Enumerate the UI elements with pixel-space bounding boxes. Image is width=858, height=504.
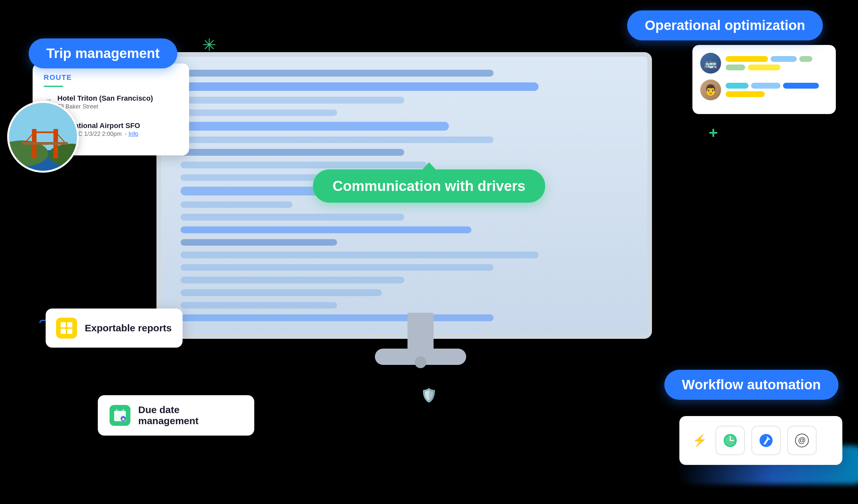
due-date-icon: ⏰	[110, 405, 130, 426]
svg-rect-13	[67, 329, 73, 334]
bar-row	[726, 56, 828, 62]
golden-gate-image	[7, 101, 79, 173]
svg-rect-9	[22, 142, 68, 145]
stop1-address: 73 Baker Street	[58, 103, 153, 110]
monitor-stand-neck	[408, 313, 433, 352]
bar-yellow3	[726, 91, 765, 97]
svg-rect-11	[67, 322, 73, 327]
workflow-pen-icon	[751, 426, 781, 455]
ops-row-1: 🚌	[700, 53, 828, 74]
bar-teal	[726, 83, 748, 88]
screen-row	[180, 97, 404, 103]
communication-label: Communication with drivers	[333, 178, 525, 194]
monitor-stand-base	[375, 348, 466, 365]
badge-workflow: Workflow automation	[664, 370, 839, 400]
svg-rect-12	[61, 329, 66, 334]
badge-trip-management: Trip management	[29, 38, 177, 68]
screen-row	[180, 122, 449, 131]
workflow-panel: ⚡ @	[679, 416, 842, 465]
screen-row	[180, 289, 382, 296]
bar-green2	[726, 65, 745, 70]
stop1-name: Hotel Triton (San Francisco)	[58, 94, 153, 103]
bar-green	[799, 56, 812, 62]
ops-avatar-person: 👨	[700, 80, 721, 100]
route-underline	[44, 86, 63, 87]
screen-row	[180, 239, 337, 246]
screen-row	[180, 82, 539, 91]
svg-text:@: @	[798, 436, 806, 444]
monitor-dot	[415, 356, 426, 368]
scene: ✳ + Trip management Operational optimiza…	[0, 0, 858, 504]
due-date-label: Due date management	[138, 404, 242, 426]
trip-management-label: Trip management	[46, 46, 160, 61]
lightning-icon: ⚡	[693, 434, 707, 447]
info-link[interactable]: Info	[128, 131, 138, 137]
svg-rect-10	[61, 322, 66, 327]
route-label: ROUTE	[44, 73, 178, 82]
bar-yellow2	[748, 65, 780, 70]
bar-row	[726, 83, 828, 88]
workflow-clock-icon	[716, 426, 745, 455]
screen-row	[180, 110, 337, 116]
screen-row	[180, 251, 539, 258]
screen-row	[180, 302, 337, 309]
exportable-card: Exportable reports	[46, 309, 182, 347]
badge-communication: Communication with drivers	[313, 169, 545, 202]
svg-rect-15	[114, 411, 126, 414]
screen-row	[180, 162, 427, 168]
ops-bars-1	[726, 56, 828, 70]
screen-row	[180, 201, 292, 208]
bar-yellow	[726, 56, 768, 62]
sparkle-icon: ✳	[202, 35, 217, 55]
screen-row	[180, 136, 494, 143]
bar-row	[726, 65, 828, 70]
bar-blue-light	[770, 56, 797, 62]
operational-label: Operational optimization	[645, 18, 805, 33]
screen-row	[180, 226, 471, 233]
screen-row	[180, 314, 494, 321]
plus-icon: +	[709, 124, 718, 142]
bar-blue3	[783, 83, 819, 88]
svg-text:⏰: ⏰	[121, 417, 126, 421]
shield-deco: 🛡️	[421, 388, 437, 403]
screen-row	[180, 277, 404, 283]
ops-row-2: 👨	[700, 80, 828, 100]
ops-panel: 🚌 👨	[693, 45, 836, 114]
monitor	[157, 52, 685, 378]
due-date-card: ⏰ Due date management	[98, 395, 254, 436]
workflow-at-icon: @	[787, 426, 816, 455]
exportable-label: Exportable reports	[85, 323, 172, 334]
ops-bars-2	[726, 83, 828, 97]
workflow-label: Workflow automation	[682, 377, 821, 392]
bar-blue2	[751, 83, 780, 88]
stop1-info: Hotel Triton (San Francisco) 73 Baker St…	[58, 94, 153, 110]
screen-row	[180, 214, 404, 221]
exportable-icon	[56, 318, 77, 339]
screen-row	[180, 70, 494, 77]
ops-avatar-bus: 🚌	[700, 53, 721, 74]
screen-row	[180, 149, 404, 156]
screen-row	[180, 264, 494, 271]
bar-row	[726, 91, 828, 97]
badge-operational: Operational optimization	[627, 11, 823, 40]
